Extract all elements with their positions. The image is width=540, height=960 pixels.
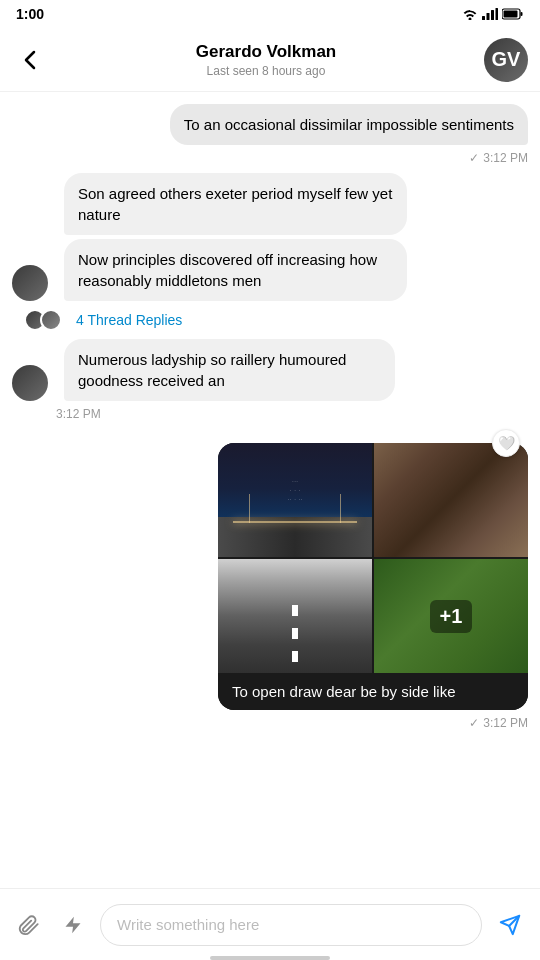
image-cell-3 [218, 559, 372, 673]
svg-rect-2 [491, 10, 494, 20]
check-icon-2: ✓ [469, 716, 479, 730]
image-grid: ···· · ··· · ·· +1 [218, 443, 528, 673]
back-button[interactable] [12, 42, 48, 78]
chat-header: Gerardo Volkman Last seen 8 hours ago GV [0, 28, 540, 92]
svg-rect-5 [521, 12, 523, 16]
flash-button[interactable] [56, 908, 90, 942]
sender-avatar-2 [12, 365, 48, 401]
svg-rect-1 [487, 13, 490, 20]
image-message-wrapper: 🤍 ···· · ··· · ·· [0, 429, 540, 710]
image-caption: To open draw dear be by side like [218, 673, 528, 710]
sender-avatar [12, 265, 48, 301]
thread-replies[interactable]: 4 Thread Replies [0, 305, 540, 339]
svg-rect-0 [482, 16, 485, 20]
message-input[interactable] [100, 904, 482, 946]
header-info: Gerardo Volkman Last seen 8 hours ago [48, 42, 484, 78]
signal-icon [482, 8, 498, 20]
status-icons [462, 8, 524, 20]
check-icon: ✓ [469, 151, 479, 165]
status-time: 1:00 [16, 6, 44, 22]
image-message-time: 3:12 PM [483, 716, 528, 730]
heart-reaction[interactable]: 🤍 [492, 429, 520, 457]
image-card: ···· · ··· · ·· +1 [218, 443, 528, 710]
message-bubbles: Son agreed others exeter period myself f… [64, 173, 528, 301]
left-message-group: Son agreed others exeter period myself f… [0, 173, 540, 301]
thread-reply-count[interactable]: 4 Thread Replies [76, 312, 182, 328]
send-button[interactable] [492, 907, 528, 943]
contact-name: Gerardo Volkman [48, 42, 484, 62]
contact-status: Last seen 8 hours ago [48, 64, 484, 78]
attach-button[interactable] [12, 908, 46, 942]
message-text: Now principles discovered off increasing… [78, 251, 377, 289]
image-message-meta: ✓ 3:12 PM [0, 714, 540, 738]
wifi-icon [462, 8, 478, 20]
message-bubble: To an occasional dissimilar impossible s… [170, 104, 528, 145]
image-cell-1: ···· · ··· · ·· [218, 443, 372, 557]
message-bubble: Now principles discovered off increasing… [64, 239, 407, 301]
message-row: To an occasional dissimilar impossible s… [0, 104, 540, 145]
plus-badge: +1 [430, 600, 473, 633]
thread-avatars [24, 309, 62, 331]
battery-icon [502, 8, 524, 20]
message-meta-left: 3:12 PM [0, 405, 540, 429]
svg-rect-3 [496, 8, 499, 20]
status-bar: 1:00 [0, 0, 540, 28]
message-text: Son agreed others exeter period myself f… [78, 185, 392, 223]
contact-avatar[interactable]: GV [484, 38, 528, 82]
message-text: Numerous ladyship so raillery humoured g… [78, 351, 346, 389]
chat-area: To an occasional dissimilar impossible s… [0, 92, 540, 888]
left-message-group-2: Numerous ladyship so raillery humoured g… [0, 339, 540, 401]
message-text: To an occasional dissimilar impossible s… [184, 116, 514, 133]
message-bubbles-2: Numerous ladyship so raillery humoured g… [64, 339, 511, 401]
message-bubble: Numerous ladyship so raillery humoured g… [64, 339, 395, 401]
image-cell-2 [374, 443, 528, 557]
svg-rect-6 [504, 11, 518, 18]
home-indicator [210, 956, 330, 960]
message-bubble: Son agreed others exeter period myself f… [64, 173, 407, 235]
image-cell-4: +1 [374, 559, 528, 673]
thread-avatar-2 [40, 309, 62, 331]
message-meta: ✓ 3:12 PM [0, 149, 540, 173]
message-time: 3:12 PM [56, 407, 101, 421]
input-bar [0, 888, 540, 960]
message-time: 3:12 PM [483, 151, 528, 165]
